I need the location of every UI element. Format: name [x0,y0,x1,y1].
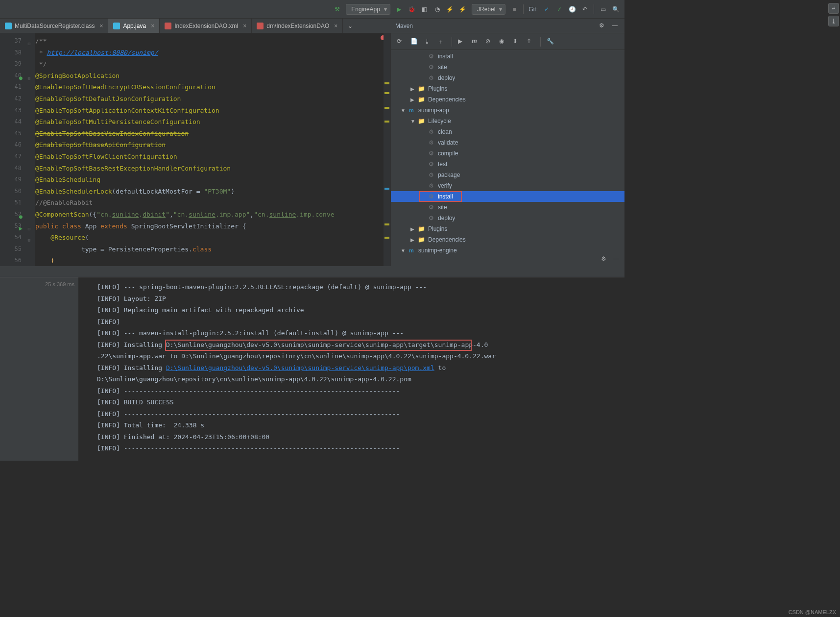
editor-tab[interactable]: dm\IndexExtensionDAO× [252,19,343,33]
chevron-icon[interactable]: ▶ [410,97,417,102]
console-minimize-icon[interactable]: — [613,255,621,263]
maven-tree-item[interactable]: ⚙deploy [391,73,624,83]
fold-icon[interactable]: ⊟ [25,73,30,78]
jrebel-run-icon[interactable]: ⚡ [446,5,454,13]
chevron-icon[interactable]: ▼ [401,248,408,253]
git-label: Git: [528,6,538,13]
fold-icon[interactable] [25,212,30,217]
fold-icon[interactable] [25,50,30,55]
hammer-icon[interactable]: ⚒ [333,5,341,13]
maven-tree-item[interactable]: ▶📁Plugins [391,223,624,234]
fold-icon[interactable] [25,142,30,147]
maven-tree-item[interactable]: ▶📁Plugins [391,83,624,94]
toggle-skip-tests-icon[interactable]: ◉ [499,38,507,46]
fold-icon[interactable] [25,177,30,182]
fold-icon[interactable] [25,166,30,171]
maven-tree-item[interactable]: ▶📁Dependencies [391,234,624,245]
code-area[interactable]: /** * http://localhost:8080/sunimp/ */@S… [35,33,390,266]
fold-icon[interactable] [25,258,30,263]
maven-tree-item[interactable]: ▼msunimp-engine [391,245,624,256]
maven-tree-item[interactable]: ▶📁Dependencies [391,94,624,105]
fold-icon[interactable] [25,96,30,101]
maven-tree-item[interactable]: ⚙verify [391,180,624,191]
editor-tab[interactable]: MultiDataSourceRegister.class× [0,19,108,33]
fold-icon[interactable] [25,200,30,205]
tabs-overflow[interactable]: ⌄ [343,19,358,33]
minimize-icon[interactable]: — [612,22,620,30]
fold-icon[interactable] [25,131,30,136]
generate-sources-icon[interactable]: 📄 [410,38,418,46]
tree-label: Dependencies [428,236,466,243]
jrebel-debug-icon[interactable]: ⚡ [459,5,467,13]
add-icon[interactable]: ＋ [438,38,446,46]
maven-tree-item[interactable]: ⚙deploy [391,213,624,223]
download-icon[interactable]: ⭳ [424,38,432,46]
chevron-icon[interactable]: ▶ [410,226,417,232]
git-commit-icon[interactable]: ✓ [555,5,563,13]
gear-icon[interactable]: ⚙ [599,22,607,30]
console-output[interactable]: [INFO] --- spring-boot-maven-plugin:2.2.… [78,277,624,461]
maven-tree[interactable]: ⚙install⚙site⚙deploy▶📁Plugins▶📁Dependenc… [391,50,624,266]
code-editor[interactable]: 37⊟383940●⊟414243444546474849505152●53▶⊟… [0,33,390,266]
chevron-icon[interactable]: ▶ [410,86,417,92]
close-icon[interactable]: × [243,23,246,29]
separator [452,37,452,47]
fold-icon[interactable] [25,189,30,194]
file-link[interactable]: D:\Sunline\guangzhou\dev-v5.0\sunimp\sun… [166,364,434,371]
collapse-all-icon[interactable]: ⤒ [527,38,534,46]
close-icon[interactable]: × [334,23,337,29]
run-config-combo[interactable]: EngineApp [346,4,390,15]
toggle-offline-icon[interactable]: ⊘ [485,38,493,46]
git-history-icon[interactable]: 🕘 [568,5,576,13]
settings-icon[interactable]: 🔧 [547,38,554,46]
fold-icon[interactable]: ⊟ [25,223,30,228]
editor-tab[interactable]: App.java× [108,19,160,33]
coverage-icon[interactable]: ◧ [421,5,429,13]
separator [594,4,594,14]
chevron-icon[interactable]: ▶ [410,237,417,243]
maven-tree-item[interactable]: ▼msunimp-app [391,105,624,116]
maven-tree-item[interactable]: ⚙install [391,191,624,202]
fold-icon[interactable] [25,154,30,159]
jrebel-combo[interactable]: JRebel [472,4,505,15]
fold-icon[interactable] [25,61,30,66]
gutter-run-icon[interactable]: ▶ [17,223,23,229]
stop-icon[interactable]: ■ [510,5,518,13]
maven-tree-item[interactable]: ⚙site [391,62,624,73]
maven-tree-item[interactable]: ⚙test [391,159,624,170]
fold-icon[interactable] [25,108,30,113]
close-icon[interactable]: × [151,23,154,29]
chevron-icon[interactable]: ▼ [410,119,417,124]
git-rollback-icon[interactable]: ↶ [581,5,589,13]
profile-icon[interactable]: ◔ [433,5,441,13]
maven-tree-item[interactable]: ⚙install [391,51,624,62]
gutter-run-icon[interactable]: ● [17,73,23,78]
maven-tree-item[interactable]: ▼📁Lifecycle [391,116,624,126]
fold-icon[interactable] [25,84,30,89]
execute-goal-icon[interactable]: m [472,38,480,46]
maven-tree-item[interactable]: ⚙package [391,170,624,180]
marker-bar[interactable] [384,33,390,266]
editor-tab[interactable]: IndexExtensionDAO.xml× [160,19,252,33]
fold-icon[interactable]: ⊟ [25,235,30,240]
maven-tree-item[interactable]: ⚙compile [391,148,624,159]
git-update-icon[interactable]: ✓ [543,5,551,13]
gear-icon: ⚙ [427,63,435,71]
fold-icon[interactable] [25,247,30,251]
fold-icon[interactable]: ⊟ [25,38,30,43]
console-gear-icon[interactable]: ⚙ [601,255,609,263]
maven-tree-item[interactable]: ⚙clean [391,126,624,137]
fold-icon[interactable] [25,119,30,124]
maven-tree-item[interactable]: ⚙site [391,202,624,213]
close-icon[interactable]: × [99,23,103,29]
debug-icon[interactable]: 🐞 [408,5,416,13]
db-icon[interactable]: ▭ [599,5,607,13]
run-icon[interactable]: ▶ [395,5,403,13]
show-dependencies-icon[interactable]: ⬍ [513,38,521,46]
gutter-run-icon[interactable]: ● [17,211,23,217]
maven-tree-item[interactable]: ⚙validate [391,137,624,148]
run-maven-icon[interactable]: ▶ [458,38,466,46]
reload-icon[interactable]: ⟳ [397,38,405,46]
chevron-icon[interactable]: ▼ [401,108,408,113]
search-icon[interactable]: 🔍 [612,5,620,13]
